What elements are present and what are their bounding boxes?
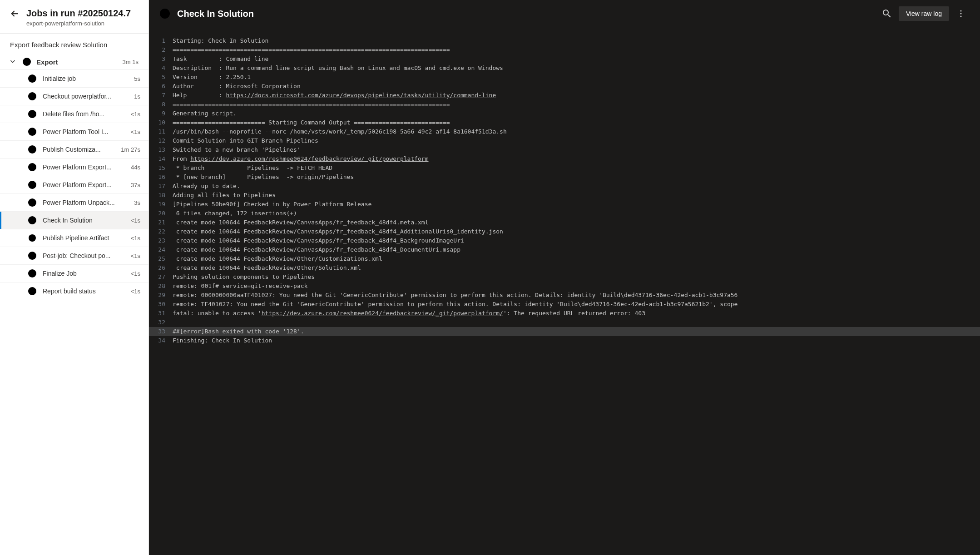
- log-line: 1Starting: Check In Solution: [149, 36, 980, 45]
- log-line: 9Generating script.: [149, 109, 980, 118]
- log-link[interactable]: https://dev.azure.com/reshmee0624/feedba…: [190, 155, 428, 162]
- log-line: 6Author : Microsoft Corporation: [149, 82, 980, 91]
- step-duration: <1s: [128, 235, 140, 242]
- step-label: Checkout powerplatfor...: [43, 93, 125, 100]
- step-duration: 1m 27s: [118, 146, 140, 153]
- log-line: 12Commit Solution into GIT Branch Pipeli…: [149, 136, 980, 145]
- log-line: 28remote: 001f# service=git-receive-pack: [149, 282, 980, 291]
- log-line: 29remote: 0000000000aaTF401027: You need…: [149, 291, 980, 300]
- step-duration: 3s: [131, 199, 140, 206]
- step-label: Power Platform Tool I...: [43, 128, 122, 135]
- step-row[interactable]: Finalize Job<1s: [0, 265, 148, 282]
- step-duration: 5s: [131, 75, 140, 82]
- step-label: Power Platform Unpack...: [43, 199, 125, 206]
- log-line: 7Help : https://docs.microsoft.com/azure…: [149, 91, 980, 100]
- log-line: 22 create mode 100644 FeedbackReview/Can…: [149, 227, 980, 236]
- log-line: 14From https://dev.azure.com/reshmee0624…: [149, 154, 980, 164]
- step-row[interactable]: Check In Solution<1s: [0, 212, 148, 229]
- log-line: 4Description : Run a command line script…: [149, 64, 980, 73]
- step-duration: <1s: [128, 270, 140, 277]
- pass-icon: [28, 252, 36, 260]
- step-row[interactable]: Initialize job5s: [0, 70, 148, 88]
- step-label: Post-job: Checkout po...: [43, 252, 122, 259]
- log-line: 23 create mode 100644 FeedbackReview/Can…: [149, 236, 980, 245]
- log-link[interactable]: https://docs.microsoft.com/azure/devops/…: [226, 92, 496, 99]
- step-list: Initialize job5sCheckout powerplatfor...…: [0, 69, 148, 300]
- log-header: Check In Solution View raw log: [149, 0, 980, 27]
- svg-point-6: [960, 15, 961, 17]
- step-duration: <1s: [128, 111, 140, 118]
- step-label: Initialize job: [43, 75, 125, 82]
- step-duration: <1s: [128, 217, 140, 224]
- step-duration: <1s: [128, 253, 140, 259]
- sidebar: Jobs in run #20250124.7 export-powerplat…: [0, 0, 149, 555]
- chevron-down-icon: [10, 59, 17, 64]
- step-row[interactable]: Publish Customiza...1m 27s: [0, 141, 148, 159]
- pass-icon: [28, 198, 36, 207]
- log-line: 5Version : 2.250.1: [149, 73, 980, 82]
- step-row[interactable]: Publish Pipeline Artifact<1s: [0, 229, 148, 247]
- step-row[interactable]: Power Platform Unpack...3s: [0, 194, 148, 212]
- back-button[interactable]: [10, 9, 19, 18]
- step-duration: 1s: [131, 93, 140, 100]
- step-label: Publish Pipeline Artifact: [43, 234, 122, 242]
- view-raw-log-button[interactable]: View raw log: [899, 6, 949, 21]
- log-line: 13Switched to a new branch 'Pipelines': [149, 145, 980, 154]
- stage-label: Export: [36, 58, 117, 66]
- step-duration: 44s: [128, 164, 140, 171]
- log-line: 18Adding all files to Pipelines: [149, 191, 980, 200]
- search-button[interactable]: [879, 5, 895, 22]
- step-row[interactable]: Power Platform Export...37s: [0, 176, 148, 194]
- stage-section-title: Export feedback review Solution: [0, 34, 148, 54]
- step-row[interactable]: Checkout powerplatfor...1s: [0, 88, 148, 105]
- page-title: Jobs in run #20250124.7: [26, 8, 131, 19]
- stage-row-export[interactable]: Export 3m 1s: [0, 54, 148, 69]
- pass-icon: [28, 163, 36, 171]
- log-line: 2=======================================…: [149, 45, 980, 55]
- step-row[interactable]: Delete files from /ho...<1s: [0, 105, 148, 123]
- step-label: Check In Solution: [43, 217, 122, 224]
- svg-point-5: [960, 13, 961, 14]
- skip-icon: [28, 269, 36, 278]
- sidebar-header: Jobs in run #20250124.7 export-powerplat…: [0, 0, 148, 34]
- step-label: Power Platform Export...: [43, 181, 122, 188]
- step-row[interactable]: Report build status<1s: [0, 282, 148, 300]
- step-label: Finalize Job: [43, 270, 122, 277]
- log-line: 30remote: TF401027: You need the Git 'Ge…: [149, 300, 980, 309]
- log-line: 26 create mode 100644 FeedbackReview/Oth…: [149, 263, 980, 273]
- step-row[interactable]: Power Platform Export...44s: [0, 159, 148, 176]
- svg-point-4: [960, 10, 961, 11]
- step-label: Publish Customiza...: [43, 146, 112, 153]
- log-panel: Check In Solution View raw log 1Starting…: [149, 0, 980, 555]
- pass-icon: [28, 110, 36, 118]
- step-duration: <1s: [128, 288, 140, 295]
- wait-icon: [28, 234, 36, 242]
- log-line: 27Pushing solution components to Pipelin…: [149, 273, 980, 282]
- log-line: 16 * [new branch] Pipelines -> origin/Pi…: [149, 173, 980, 182]
- log-line: 33##[error]Bash exited with code '128'.: [149, 327, 980, 336]
- log-line: 20 6 files changed, 172 insertions(+): [149, 209, 980, 218]
- log-line: 24 create mode 100644 FeedbackReview/Can…: [149, 245, 980, 254]
- step-label: Power Platform Export...: [43, 164, 122, 171]
- step-label: Report build status: [43, 287, 122, 295]
- skip-icon: [28, 287, 36, 295]
- fail-icon: [28, 216, 36, 224]
- log-body[interactable]: 1Starting: Check In Solution2===========…: [149, 27, 980, 555]
- more-actions-button[interactable]: [953, 5, 969, 22]
- log-line: 10========================== Starting Co…: [149, 118, 980, 127]
- log-line: 32: [149, 318, 980, 327]
- step-duration: 37s: [128, 182, 140, 188]
- pass-icon: [28, 181, 36, 189]
- step-row[interactable]: Post-job: Checkout po...<1s: [0, 247, 148, 265]
- step-duration: <1s: [128, 129, 140, 135]
- log-link[interactable]: https://dev.azure.com/reshmee0624/feedba…: [262, 310, 503, 317]
- log-line: 31fatal: unable to access 'https://dev.a…: [149, 309, 980, 318]
- step-row[interactable]: Power Platform Tool I...<1s: [0, 123, 148, 141]
- step-label: Delete files from /ho...: [43, 110, 122, 118]
- log-line: 21 create mode 100644 FeedbackReview/Can…: [149, 218, 980, 227]
- stage-duration: 3m 1s: [123, 59, 139, 65]
- skip-icon: [28, 74, 36, 83]
- log-line: 8=======================================…: [149, 100, 980, 109]
- log-line: 15 * branch Pipelines -> FETCH_HEAD: [149, 164, 980, 173]
- log-title: Check In Solution: [177, 9, 871, 19]
